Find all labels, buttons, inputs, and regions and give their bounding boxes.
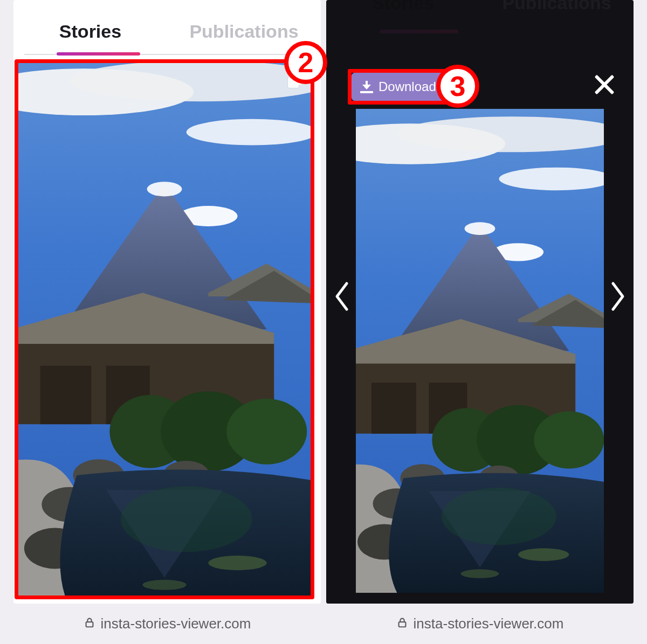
tab-stories[interactable]: Stories [13, 21, 167, 54]
screenshot-step-2: Stories Publications [13, 0, 321, 644]
lightbox-image [356, 109, 604, 593]
story-thumbnail-highlighted[interactable] [15, 59, 314, 599]
download-button[interactable]: Download [352, 73, 447, 101]
tabs: Stories Publications [13, 0, 321, 54]
next-arrow[interactable] [610, 280, 626, 313]
annotation-badge-2: 2 [284, 41, 327, 84]
story-grid [13, 55, 321, 604]
download-icon [360, 80, 373, 93]
lock-icon [84, 615, 95, 632]
domain-text: insta-stories-viewer.com [101, 615, 251, 632]
download-button-highlight: Download [348, 69, 451, 105]
svg-rect-26 [398, 622, 405, 627]
annotation-badge-3: 3 [436, 65, 479, 108]
stories-viewer-card: Stories Publications [13, 0, 321, 604]
close-button[interactable] [590, 71, 617, 98]
story-image [18, 63, 311, 595]
svg-rect-25 [86, 622, 93, 627]
lightbox-image-container [356, 109, 604, 593]
screenshot-step-3: Stories Publications Download [326, 0, 634, 644]
lock-icon [396, 615, 408, 632]
domain-text: insta-stories-viewer.com [414, 615, 564, 632]
previous-arrow[interactable] [334, 280, 350, 313]
story-lightbox: Stories Publications Download [326, 0, 634, 604]
download-label: Download [378, 79, 436, 94]
browser-address-readout: insta-stories-viewer.com [13, 604, 321, 644]
browser-address-readout: insta-stories-viewer.com [326, 604, 634, 644]
